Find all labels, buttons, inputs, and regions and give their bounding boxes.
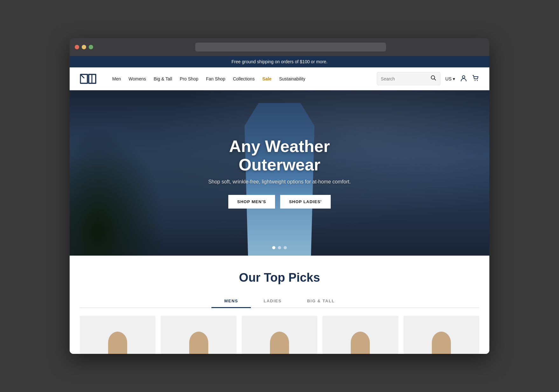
svg-point-8 [477, 80, 478, 81]
product-thumb-5[interactable] [404, 316, 479, 354]
header: Men Womens Big & Tall Pro Shop Fan Shop … [70, 67, 489, 90]
product-image-5 [432, 332, 451, 354]
product-image-3 [270, 332, 289, 354]
product-thumb-3[interactable] [242, 316, 317, 354]
chevron-down-icon: ▾ [453, 76, 455, 81]
svg-point-6 [462, 76, 465, 78]
bottom-section: Our Top Picks MENS LADIES BIG & TALL [70, 256, 489, 354]
svg-line-5 [434, 79, 436, 80]
hero-plants [70, 128, 165, 256]
locale-label: US [445, 76, 452, 81]
products-row [80, 316, 479, 354]
top-picks-title: Our Top Picks [80, 271, 479, 285]
tab-mens[interactable]: MENS [211, 295, 251, 308]
carousel-dot-3[interactable] [284, 246, 287, 249]
shop-ladies-button[interactable]: SHOP LADIES' [280, 195, 331, 209]
hero-section: Any Weather Outerwear Shop soft, wrinkle… [70, 90, 489, 256]
product-image-1 [108, 332, 127, 354]
logo[interactable] [80, 73, 96, 85]
tab-big-tall[interactable]: BIG & TALL [294, 295, 348, 308]
hero-title-line1: Any Weather [229, 137, 330, 155]
minimize-button[interactable] [82, 45, 86, 49]
nav-item-fan-shop[interactable]: Fan Shop [203, 74, 229, 84]
nav-item-womens[interactable]: Womens [125, 74, 149, 84]
nav-item-sustainability[interactable]: Sustainability [276, 74, 309, 84]
hero-title-line2: Outerwear [238, 155, 320, 174]
cart-icon[interactable] [472, 75, 479, 83]
search-icon[interactable] [431, 75, 436, 82]
browser-window: Free ground shipping on orders of $100 o… [70, 38, 489, 354]
tab-ladies[interactable]: LADIES [251, 295, 294, 308]
address-bar[interactable] [195, 43, 386, 52]
nav-item-big-tall[interactable]: Big & Tall [150, 74, 175, 84]
announcement-bar: Free ground shipping on orders of $100 o… [70, 56, 489, 67]
top-picks-tabs: MENS LADIES BIG & TALL [80, 295, 479, 308]
product-image-4 [351, 332, 370, 354]
nav-item-collections[interactable]: Collections [230, 74, 258, 84]
nav-item-sale[interactable]: Sale [259, 74, 275, 84]
hero-subtitle: Shop soft, wrinkle-free, lightweight opt… [208, 179, 351, 185]
account-icon[interactable] [460, 75, 467, 83]
header-right: US ▾ [377, 72, 479, 85]
carousel-dot-2[interactable] [278, 246, 281, 249]
shop-mens-button[interactable]: SHOP MEN'S [228, 195, 275, 209]
browser-chrome [70, 38, 489, 56]
nav-item-men[interactable]: Men [109, 74, 124, 84]
carousel-dot-1[interactable] [272, 246, 275, 249]
locale-selector[interactable]: US ▾ [445, 76, 455, 81]
search-input[interactable] [381, 76, 428, 81]
carousel-dots [272, 246, 287, 249]
main-nav: Men Womens Big & Tall Pro Shop Fan Shop … [109, 74, 369, 84]
nav-item-pro-shop[interactable]: Pro Shop [176, 74, 201, 84]
product-thumb-4[interactable] [322, 316, 398, 354]
traffic-lights [75, 45, 93, 49]
product-thumb-1[interactable] [80, 316, 155, 354]
hero-title: Any Weather Outerwear [208, 137, 351, 174]
hero-content: Any Weather Outerwear Shop soft, wrinkle… [208, 137, 351, 208]
header-icons [460, 75, 479, 83]
website: Free ground shipping on orders of $100 o… [70, 56, 489, 354]
search-box[interactable] [377, 72, 440, 85]
svg-point-7 [475, 80, 476, 81]
product-thumb-2[interactable] [161, 316, 236, 354]
product-image-2 [189, 332, 208, 354]
announcement-text: Free ground shipping on orders of $100 o… [231, 59, 328, 64]
hero-buttons: SHOP MEN'S SHOP LADIES' [208, 195, 351, 209]
svg-line-1 [80, 74, 84, 78]
maximize-button[interactable] [89, 45, 93, 49]
close-button[interactable] [75, 45, 79, 49]
